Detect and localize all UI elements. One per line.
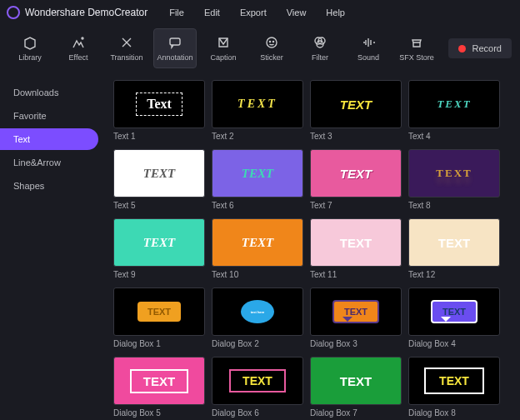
preset-dialog-box-2[interactable]: text hereDialog Box 2 — [212, 288, 303, 348]
sidebar-item-linearrow[interactable]: Line&Arrow — [0, 152, 98, 173]
tool-label: Library — [18, 53, 42, 62]
tool-caption[interactable]: Caption — [202, 28, 245, 68]
preset-text-6[interactable]: TEXTText 6 — [212, 149, 303, 210]
preset-thumbnail: TEXT — [212, 218, 303, 267]
sticker-icon — [264, 35, 279, 50]
menu-file[interactable]: File — [169, 8, 184, 18]
preset-text-9[interactable]: TEXTText 9 — [113, 218, 205, 279]
preset-text-10[interactable]: TEXTText 10 — [212, 218, 303, 279]
preset-label: Dialog Box 8 — [408, 408, 500, 418]
tool-annotation[interactable]: Annotation — [153, 28, 197, 68]
preset-text-11[interactable]: TEXTText 11 — [310, 218, 402, 279]
preset-thumbnail: TEXT — [212, 357, 303, 405]
preset-label: Text 4 — [408, 132, 500, 141]
tool-label: Sticker — [260, 53, 283, 62]
tool-library[interactable]: Library — [8, 28, 52, 68]
preset-label: Text 7 — [310, 201, 402, 210]
titlebar: Wondershare DemoCreator FileEditExportVi… — [0, 0, 520, 25]
sound-icon — [361, 35, 376, 50]
svg-point-2 — [267, 38, 277, 48]
preset-dialog-box-4[interactable]: TEXTDialog Box 4 — [408, 288, 500, 348]
app-title: Wondershare DemoCreator — [25, 7, 148, 18]
sfx-store-icon — [409, 35, 424, 50]
sidebar-item-text[interactable]: Text — [0, 128, 98, 150]
preset-thumbnail: TEXT — [310, 80, 402, 128]
preset-label: Text 5 — [113, 201, 205, 210]
tool-effect[interactable]: Effect — [57, 28, 100, 68]
tool-label: Annotation — [157, 53, 192, 62]
sidebar-item-shapes[interactable]: Shapes — [0, 175, 98, 197]
preset-text-1[interactable]: TextText 1 — [113, 80, 205, 141]
preset-thumbnail: TEXT — [113, 288, 205, 336]
preset-text-4[interactable]: TEXTText 4 — [408, 80, 500, 141]
transition-icon — [119, 35, 134, 50]
preset-thumbnail: TEXT — [408, 149, 500, 198]
record-button[interactable]: Record — [448, 38, 512, 58]
preset-dialog-box-8[interactable]: TEXTDialog Box 8 — [408, 357, 500, 418]
svg-point-4 — [272, 41, 273, 42]
preset-thumbnail: TEXT — [113, 357, 205, 405]
preset-dialog-box-6[interactable]: TEXTDialog Box 6 — [212, 357, 303, 418]
preset-thumbnail: Text — [113, 80, 205, 128]
preset-thumbnail: TEXT — [113, 218, 205, 267]
menu-export[interactable]: Export — [240, 8, 267, 18]
preset-label: Dialog Box 3 — [310, 339, 402, 348]
preset-thumbnail: TEXT — [408, 288, 500, 336]
menu-bar: FileEditExportViewHelp — [169, 8, 345, 18]
preset-label: Dialog Box 1 — [113, 339, 205, 348]
preset-thumbnail: TEXT — [408, 80, 500, 128]
sidebar-item-favorite[interactable]: Favorite — [0, 105, 98, 127]
tool-sfx-store[interactable]: SFX Store — [395, 28, 438, 68]
preset-thumbnail: TEXT — [212, 80, 303, 128]
tool-label: Filter — [312, 53, 328, 62]
preset-label: Dialog Box 6 — [212, 408, 303, 418]
preset-label: Text 11 — [310, 270, 402, 279]
preset-text-2[interactable]: TEXTText 2 — [212, 80, 303, 141]
toolbar: LibraryEffectTransitionAnnotationCaption… — [0, 25, 520, 72]
preset-text-3[interactable]: TEXTText 3 — [310, 80, 402, 141]
svg-point-0 — [82, 38, 83, 39]
preset-text-7[interactable]: TEXTText 7 — [310, 149, 402, 210]
preset-text-8[interactable]: TEXTText 8 — [408, 149, 500, 210]
record-dot-icon — [458, 45, 466, 52]
preset-thumbnail: TEXT — [310, 357, 402, 405]
preset-dialog-box-5[interactable]: TEXTDialog Box 5 — [113, 357, 205, 418]
annotation-icon — [168, 35, 182, 50]
sidebar-item-downloads[interactable]: Downloads — [0, 82, 98, 103]
preset-label: Text 3 — [310, 132, 402, 141]
preset-text-12[interactable]: TEXTText 12 — [408, 218, 500, 279]
tool-sound[interactable]: Sound — [347, 28, 390, 68]
preset-text-5[interactable]: TEXTText 5 — [113, 149, 205, 210]
record-label: Record — [472, 43, 502, 53]
tool-sticker[interactable]: Sticker — [250, 28, 293, 68]
preset-dialog-box-1[interactable]: TEXTDialog Box 1 — [113, 288, 205, 348]
preset-dialog-box-3[interactable]: TEXTDialog Box 3 — [310, 288, 402, 348]
preset-thumbnail: TEXT — [113, 149, 205, 198]
menu-edit[interactable]: Edit — [204, 8, 220, 18]
effect-icon — [71, 35, 86, 50]
preset-label: Dialog Box 7 — [310, 408, 402, 418]
preset-dialog-box-7[interactable]: TEXTDialog Box 7 — [310, 357, 402, 418]
preset-thumbnail: TEXT — [212, 149, 303, 198]
preset-label: Text 1 — [113, 132, 205, 141]
preset-label: Text 10 — [212, 270, 303, 279]
filter-icon — [312, 35, 328, 50]
preset-thumbnail: TEXT — [310, 149, 402, 198]
tool-transition[interactable]: Transition — [105, 28, 148, 68]
tool-filter[interactable]: Filter — [298, 28, 342, 68]
annotation-grid[interactable]: TextText 1TEXTText 2TEXTText 3TEXTText 4… — [98, 72, 520, 420]
tool-label: Transition — [110, 53, 142, 62]
main-area: DownloadsFavoriteTextLine&ArrowShapes Te… — [0, 72, 520, 420]
tool-label: Effect — [69, 53, 88, 62]
preset-label: Dialog Box 4 — [408, 339, 500, 348]
library-icon — [22, 35, 38, 50]
menu-view[interactable]: View — [287, 8, 307, 18]
svg-point-3 — [269, 41, 270, 42]
preset-thumbnail: TEXT — [310, 288, 402, 336]
menu-help[interactable]: Help — [326, 8, 345, 18]
preset-thumbnail: TEXT — [310, 218, 402, 267]
preset-label: Dialog Box 2 — [212, 339, 303, 348]
preset-label: Text 2 — [212, 132, 303, 141]
preset-label: Text 9 — [113, 270, 205, 279]
tool-label: SFX Store — [399, 53, 434, 62]
